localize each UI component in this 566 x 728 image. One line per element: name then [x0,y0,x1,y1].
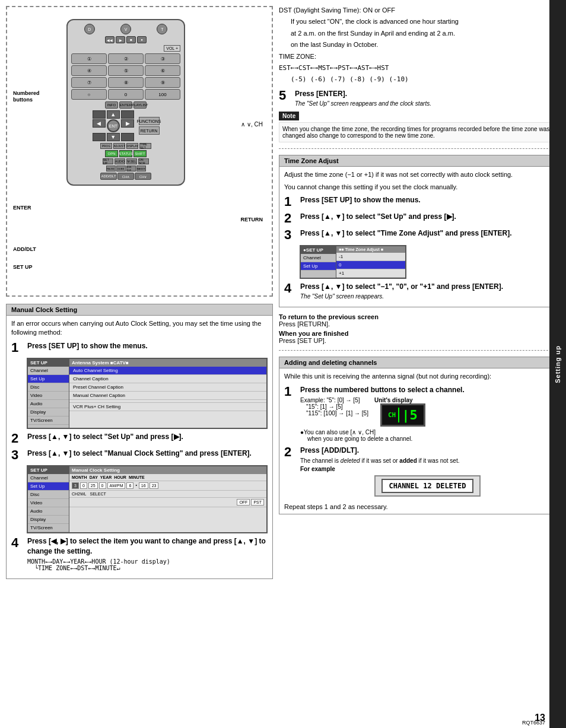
btn-5[interactable]: ⑤ [108,65,144,76]
btn-0-left[interactable]: ○ [71,89,107,100]
btn-down[interactable]: ▼ [107,133,120,141]
divider-1 [279,148,560,149]
add-dlt-btn[interactable]: ADD/DLT [100,173,117,180]
prog-check-btn[interactable]: PROG [100,143,112,149]
btn-9[interactable]: ⑨ [145,77,180,88]
vcr-stop-btn[interactable]: ■ [126,36,136,43]
tz-item-channel: Channel [301,254,336,262]
tz-adjust-screen: ●SET UP Channel Set Up ■■ Time Zone Adju… [300,245,406,279]
manual-step3-content: Press [▲, ▼] to select "Manual Clock Set… [27,449,268,459]
dvd-btn[interactable]: D [84,24,95,34]
on-screen-btn[interactable]: ON SCR [138,158,149,164]
display-btn[interactable]: DISPLAY [126,143,138,149]
btn-2[interactable]: ② [108,53,144,64]
tz-val-zero: 0 [336,261,405,269]
status-btn[interactable]: STATUS [119,150,132,157]
opnvom-btn[interactable]: OPN [105,150,118,157]
manual-left-header: SET UP [28,466,69,474]
btn-1[interactable]: ① [71,53,107,64]
unit-display: CH |5 [380,403,425,427]
adjust-btn[interactable]: ADJUST [113,143,125,149]
time-zone-adjust-section: Time Zone Adjust Adjust the time zone (−… [279,155,560,308]
left-column: Numbered buttons ENTER RETURN ADD/DLT SE… [6,6,273,722]
dst-line3: on the last Sunday in October. [291,40,560,49]
playlist-btn[interactable]: PLAYLIST [133,101,147,109]
return-btn[interactable]: RETURN [139,126,160,135]
setup-item-display: Display [28,408,69,417]
dubbing-btn[interactable]: DUBB [116,166,126,171]
manual-step-3: 3 Press [▲, ▼] to select "Manual Clock S… [11,449,268,462]
ch-up-btn[interactable]: CH∧ [117,173,134,180]
btn-7[interactable]: ⑦ [71,77,107,88]
multi-select-btn[interactable]: M.SEL [126,158,137,164]
adding-step-1: 1 Press the numbered buttons to select a… [284,385,555,443]
example-label: Example: "5": [0] → [5] [300,397,368,403]
adding-intro: While this unit is receiving the antenna… [284,372,555,381]
tz-screen-header-right: ■■ Time Zone Adjust ■ [336,246,405,253]
manual-clock-intro: If an error occurs when carrying out Aut… [11,319,268,338]
year-val: 0 [99,482,106,489]
volume-label: VOL + [164,45,180,52]
setup-left-panel: SET UP Channel Set Up Disc Video Audio D… [28,359,69,428]
tz-step1-content: Press [SET UP] to show the menus. [300,195,555,205]
sidebar-tab: Setting up [549,0,566,728]
btn-4[interactable]: ④ [71,65,107,76]
hour-val: 6 [126,482,133,489]
remote-illustration: Numbered buttons ENTER RETURN ADD/DLT SE… [6,6,273,297]
btn-enter-center[interactable]: ENT [107,119,120,132]
audio-btn[interactable]: AUDIO [115,158,125,164]
btn-0[interactable]: 0 [108,89,144,100]
ampm-val: AM/PM [107,482,126,489]
tv-btn[interactable]: T [157,24,167,34]
example-1: "15": [1] → [5] [306,403,368,410]
vcr-play-btn[interactable]: ▶ [116,36,125,43]
setup-item-video: Video [28,392,69,400]
example-block: Example: "5": [0] → [5] "15": [1] → [5] … [300,397,555,427]
functions-btn[interactable]: FUNCTIONS [139,117,160,125]
btn-3[interactable]: ③ [145,53,180,64]
ch-down-btn[interactable]: CH∨ [135,173,151,180]
btn-6[interactable]: ⑥ [145,65,180,76]
btn-up[interactable]: ▲ [107,110,120,119]
shift-btn[interactable]: SHIFT [133,150,147,157]
adding-step2-content: Press [ADD/DLT]. The channel is deleted … [300,446,555,500]
pause-btn[interactable]: PAUSE [106,166,116,171]
dst-title: DST (Daylight Saving Time): ON or OFF [279,6,560,15]
step-5: 5 Press [ENTER]. The "Set Up" screen rea… [279,89,560,107]
manual-step4-footer: MONTH←→DAY←→YEAR←→HOUR (12-hour display)… [27,558,268,571]
vcr-btn[interactable]: V [120,24,131,34]
btn-right[interactable]: ▶ [121,119,134,128]
vcr-ctrl-btn[interactable]: ◀◀ [105,36,115,43]
manual-step4-content: Press [◀, ▶] to select the item you want… [27,536,268,572]
time-set-btn[interactable]: TIME SET [139,143,151,149]
setup-right-manual-caption: Manual Channel Caption [69,392,266,400]
adding-channels-content: While this unit is receiving the antenna… [279,368,559,514]
tz-val-plus1: +1 [336,269,405,278]
tz-screen-right: ■■ Time Zone Adjust ■ -1 0 +1 [336,246,405,278]
pst-val: PST [251,499,264,506]
btn-left[interactable]: ◀ [93,119,106,128]
manual-row-dst: OFF PST [69,498,266,507]
tz-intro: Adjust the time zone (−1 or +1) if it wa… [284,170,555,179]
kiss-click-btn[interactable]: KSS CLK [126,166,136,171]
btn-100[interactable]: 100 [145,89,180,100]
note-section: Note When you change the time zone, the … [279,112,560,142]
adding-step1-content: Press the numbered buttons to select a c… [300,385,555,443]
manual-left-panel: SET UP Channel Set Up Disc Video Audio D… [28,466,69,532]
maker-btn[interactable]: MAKER [136,166,146,171]
btn-8[interactable]: ⑧ [108,77,144,88]
setup-item-tvscreen: TV/Screen [28,417,69,425]
return-prev-label: To return to the previous screen [279,313,560,320]
vcr-rec-btn[interactable]: ● [137,36,147,43]
adding-channels-header: Adding and deleting channels [279,357,559,368]
tz-step-2: 2 Press [▲, ▼] to select "Set Up" and pr… [284,212,555,225]
setup-remote-btn[interactable]: SET UP [103,158,113,164]
func-btn-1[interactable]: INFO [105,101,118,109]
dst-line1: If you select "ON", the clock is advance… [291,17,560,26]
right-column: DST (Daylight Saving Time): ON or OFF If… [279,6,560,722]
tz-item-setup: Set Up [301,262,336,271]
number-grid: ① ② ③ ④ ⑤ ⑥ ⑦ ⑧ ⑨ ○ 0 100 [71,53,180,100]
tz-step2-content: Press [▲, ▼] to select "Set Up" and pres… [300,212,555,222]
func-btn-2[interactable]: ENTER [119,101,132,109]
timezone-nums: (-5) (-6) (-7) (-8) (-9) (-10) [291,75,560,84]
